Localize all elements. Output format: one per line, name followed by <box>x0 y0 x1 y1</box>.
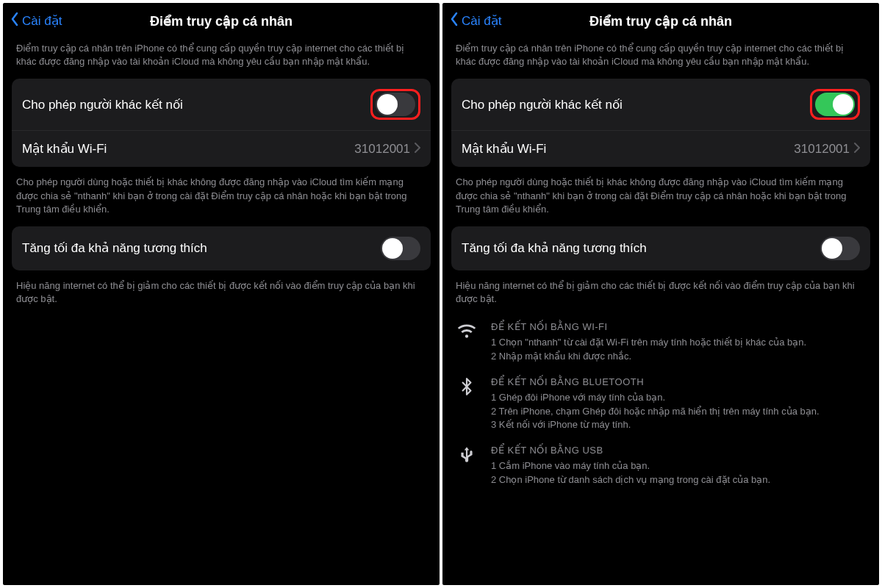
allow-toggle[interactable] <box>815 93 855 116</box>
row-compat[interactable]: Tăng tối đa khả năng tương thích <box>12 226 431 270</box>
bt-step2: 2 Trên iPhone, chạm Ghép đôi hoặc nhập m… <box>491 405 820 419</box>
compat-label: Tăng tối đa khả năng tương thích <box>22 240 207 256</box>
instruct-bluetooth: ĐỂ KẾT NỐI BẰNG BLUETOOTH 1 Ghép đôi iPh… <box>442 368 879 437</box>
wifipw-label: Mật khẩu Wi-Fi <box>462 141 546 157</box>
usb-icon <box>456 444 478 487</box>
allow-label: Cho phép người khác kết nối <box>462 97 623 112</box>
toggle-knob <box>822 238 842 259</box>
bt-step1: 1 Ghép đôi iPhone với máy tính của bạn. <box>491 391 820 405</box>
back-label: Cài đặt <box>462 13 501 29</box>
group-compat: Tăng tối đa khả năng tương thích <box>12 226 431 270</box>
row-compat[interactable]: Tăng tối đa khả năng tương thích <box>451 226 870 270</box>
compat-toggle[interactable] <box>381 237 420 260</box>
wifipw-value: 31012001 <box>794 142 850 157</box>
usb-step1: 1 Cắm iPhone vào máy tính của bạn. <box>491 459 770 473</box>
allow-desc: Cho phép người dùng hoặc thiết bị khác k… <box>3 170 440 223</box>
back-button[interactable]: Cài đặt <box>10 12 62 30</box>
group-allow: Cho phép người khác kết nối Mật khẩu Wi-… <box>451 79 870 167</box>
allow-toggle[interactable] <box>376 93 415 116</box>
intro-text: Điểm truy cập cá nhân trên iPhone có thể… <box>3 36 440 76</box>
row-allow-others[interactable]: Cho phép người khác kết nối <box>451 79 870 130</box>
intro-text: Điểm truy cập cá nhân trên iPhone có thể… <box>442 36 879 76</box>
bluetooth-icon <box>456 376 478 432</box>
row-wifi-password[interactable]: Mật khẩu Wi-Fi 31012001 <box>451 130 870 167</box>
highlight-box <box>370 89 420 120</box>
instruct-wifi: ĐỂ KẾT NỐI BẰNG WI-FI 1 Chọn "nthanh" từ… <box>442 313 879 368</box>
back-label: Cài đặt <box>22 13 62 29</box>
toggle-knob <box>382 238 403 259</box>
wifipw-label: Mật khẩu Wi-Fi <box>22 141 107 157</box>
chevron-right-icon <box>854 142 860 157</box>
compat-toggle[interactable] <box>820 237 860 260</box>
row-allow-others[interactable]: Cho phép người khác kết nối <box>12 79 431 130</box>
highlight-box <box>810 89 860 120</box>
navbar: Cài đặt Điểm truy cập cá nhân <box>442 3 879 36</box>
wifi-icon <box>456 320 478 364</box>
allow-label: Cho phép người khác kết nối <box>22 97 183 112</box>
compat-label: Tăng tối đa khả năng tương thích <box>462 240 647 256</box>
back-button[interactable]: Cài đặt <box>450 12 501 30</box>
toggle-knob <box>833 94 853 115</box>
wifi-title: ĐỂ KẾT NỐI BẰNG WI-FI <box>491 320 806 334</box>
wifipw-value: 31012001 <box>354 142 410 157</box>
bt-title: ĐỂ KẾT NỐI BẰNG BLUETOOTH <box>491 376 820 390</box>
wifi-step1: 1 Chọn "nthanh" từ cài đặt Wi-Fi trên má… <box>491 336 806 350</box>
usb-title: ĐỂ KẾT NỐI BẰNG USB <box>491 444 770 458</box>
page-title: Điểm truy cập cá nhân <box>3 13 440 29</box>
compat-desc: Hiệu năng internet có thể bị giảm cho cá… <box>442 273 879 313</box>
instruct-usb: ĐỂ KẾT NỐI BẰNG USB 1 Cắm iPhone vào máy… <box>442 437 879 492</box>
group-allow: Cho phép người khác kết nối Mật khẩu Wi-… <box>12 79 431 167</box>
chevron-left-icon <box>10 12 19 30</box>
wifi-step2: 2 Nhập mật khẩu khi được nhắc. <box>491 350 806 364</box>
page-title: Điểm truy cập cá nhân <box>442 13 879 29</box>
chevron-left-icon <box>450 12 459 30</box>
screen-left: Cài đặt Điểm truy cập cá nhân Điểm truy … <box>3 3 440 585</box>
bt-step3: 3 Kết nối với iPhone từ máy tính. <box>491 418 820 432</box>
group-compat: Tăng tối đa khả năng tương thích <box>451 226 870 270</box>
compat-desc: Hiệu năng internet có thể bị giảm cho cá… <box>3 273 440 313</box>
navbar: Cài đặt Điểm truy cập cá nhân <box>3 3 440 36</box>
toggle-knob <box>377 94 398 115</box>
usb-step2: 2 Chọn iPhone từ danh sách dịch vụ mạng … <box>491 473 770 487</box>
chevron-right-icon <box>415 142 420 157</box>
allow-desc: Cho phép người dùng hoặc thiết bị khác k… <box>442 170 879 223</box>
row-wifi-password[interactable]: Mật khẩu Wi-Fi 31012001 <box>12 130 431 167</box>
screen-right: Cài đặt Điểm truy cập cá nhân Điểm truy … <box>442 3 879 585</box>
